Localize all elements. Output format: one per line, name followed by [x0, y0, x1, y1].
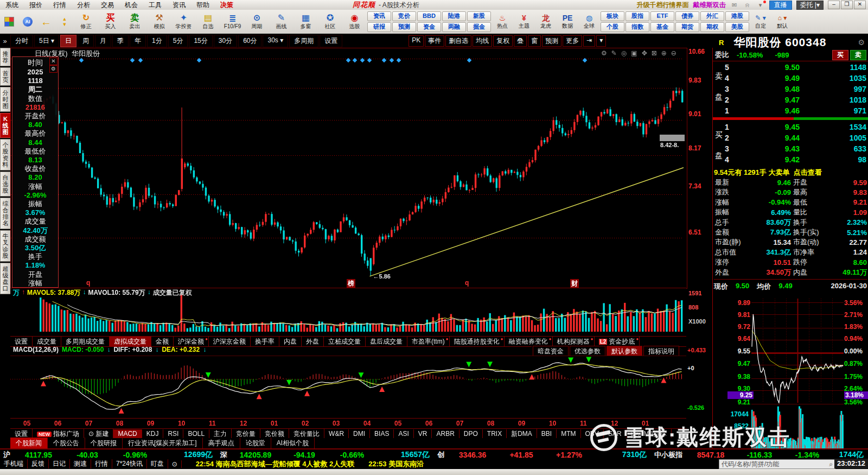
- toolbar-默认[interactable]: ⌂ ▾默认: [771, 10, 793, 34]
- chart-action-删自选[interactable]: 删自选: [445, 35, 471, 47]
- sidebar-item-超级盘口[interactable]: 超级盘口: [0, 263, 11, 294]
- bell-icon[interactable]: ⍾: [743, 2, 752, 9]
- vol-tab-沪深金额[interactable]: 沪深金额●: [174, 337, 209, 347]
- restore-button[interactable]: ❐: [841, 1, 853, 9]
- sidebar-item-K线图[interactable]: K线图: [0, 113, 11, 138]
- vol-tab-陆股通持股变化[interactable]: 陆股通持股变化●: [450, 337, 505, 347]
- zoom-out-icon[interactable]: ⊖: [671, 49, 676, 57]
- period-多周期[interactable]: 多周期: [289, 35, 318, 47]
- period-5日 ▾[interactable]: 5日 ▾: [34, 35, 59, 47]
- sell-button[interactable]: 卖: [850, 50, 866, 60]
- button-个股[interactable]: 个股: [601, 22, 624, 32]
- ask-row[interactable]: 29.471018: [725, 94, 868, 105]
- button-资讯[interactable]: 资讯: [367, 11, 391, 21]
- eye-icon[interactable]: ◎: [621, 49, 627, 57]
- menu-6[interactable]: 工具: [143, 1, 167, 10]
- vol-tab-资金抄底[interactable]: L2资金抄底●: [595, 337, 640, 347]
- indicator-tab-BOLL[interactable]: BOLL: [183, 429, 209, 438]
- ask-row[interactable]: 39.48997: [725, 84, 868, 94]
- button-外汇[interactable]: 外汇: [700, 11, 724, 21]
- ask-row[interactable]: 19.46971: [725, 105, 868, 116]
- news-tab-个股公告[interactable]: 个股公告: [48, 438, 85, 449]
- button-两融[interactable]: 两融: [442, 22, 466, 32]
- search-icon[interactable]: ⌕: [829, 460, 833, 468]
- button-债券[interactable]: 债券: [675, 11, 699, 21]
- index-创[interactable]: 创3346.36+41.85+1.27%7310亿: [434, 450, 651, 460]
- period-5分[interactable]: 5分: [168, 35, 188, 47]
- vol-tab-沪深京金额[interactable]: 沪深京金额: [209, 337, 251, 347]
- gift-icon[interactable]: ▾: [756, 2, 765, 9]
- chart-action-▾[interactable]: ▾: [596, 35, 606, 47]
- macd-chart[interactable]: [10, 356, 685, 417]
- chart-action-均线[interactable]: 均线: [473, 35, 492, 47]
- chart-action-PK[interactable]: PK: [409, 35, 424, 47]
- upgrade-link[interactable]: 升级千档行情界面: [637, 1, 689, 10]
- toolbar-选股[interactable]: ◉选股: [342, 10, 367, 34]
- stock-settings-icon[interactable]: ⚙: [858, 38, 868, 47]
- period-分时[interactable]: 分时: [10, 35, 33, 47]
- gear-icon[interactable]: ⚙: [601, 49, 607, 57]
- chart-action-复权[interactable]: 复权: [493, 35, 513, 47]
- vol-tab-外盘[interactable]: 外盘: [302, 337, 324, 347]
- news-tab-行业资讯[煤炭开采加工][interactable]: 行业资讯[煤炭开采加工]: [123, 438, 203, 449]
- indicator-tab-SAR[interactable]: SAR: [604, 429, 627, 438]
- pencil-icon[interactable]: ✎: [611, 49, 617, 57]
- vol-tab-换手率[interactable]: 换手率: [251, 337, 279, 347]
- close-button[interactable]: ✕: [854, 1, 866, 9]
- menu-9[interactable]: 决策: [215, 1, 239, 10]
- button-指数[interactable]: 指数: [626, 22, 649, 32]
- vol-tab-内盘[interactable]: 内盘: [279, 337, 302, 347]
- menu-3[interactable]: 分析: [72, 1, 95, 10]
- button-美股[interactable]: 美股: [725, 22, 749, 32]
- vol-tab-多周期成交量[interactable]: 多周期成交量: [61, 337, 110, 347]
- index-中小板指[interactable]: 中小板指8547.18-116.33-1.34%1744亿: [651, 450, 868, 460]
- toolbar-画线[interactable]: ✎画线: [269, 10, 293, 34]
- search-input[interactable]: 代码/名称/简拼/功能 ⌕: [719, 459, 835, 469]
- indicator-tab-BBI[interactable]: BBI: [537, 429, 557, 438]
- indicator-tab-BIAS[interactable]: BIAS: [370, 429, 394, 438]
- gear-icon[interactable]: ⚙: [49, 65, 58, 73]
- vol-tab-成交量[interactable]: 成交量: [33, 337, 61, 347]
- bottombar-手机端[interactable]: 手机端: [0, 459, 28, 468]
- toolbar-主题[interactable]: ¥主题: [513, 10, 535, 34]
- indicator-tab-TRIX[interactable]: TRIX: [483, 429, 507, 438]
- toolbar-自定[interactable]: ✎ ▾自定: [750, 10, 771, 34]
- period-周[interactable]: 周: [78, 35, 94, 47]
- minimize-button[interactable]: –: [828, 1, 840, 9]
- menu-5[interactable]: 机会: [119, 1, 143, 10]
- indicator-tab-EXPMA指标[interactable]: EXPMA指标: [627, 429, 672, 439]
- toolbar-数据[interactable]: PE数据: [557, 10, 578, 34]
- menu-0[interactable]: 系统: [0, 1, 24, 10]
- menu-4[interactable]: 交易: [95, 1, 119, 10]
- period-月[interactable]: 月: [95, 35, 111, 47]
- hand-icon[interactable]: ✥: [642, 49, 647, 57]
- vol-tab-设置[interactable]: 设置: [10, 337, 33, 347]
- news-tab-AI相似个股[interactable]: AI相似个股: [271, 438, 315, 449]
- toolbar-F10/F9[interactable]: ≣F10/F9: [220, 10, 245, 34]
- button-期货[interactable]: 期货: [675, 22, 699, 32]
- period-60分[interactable]: 60分: [238, 35, 261, 47]
- sidebar-item-分时图[interactable]: 分时图: [0, 87, 11, 112]
- toolbar-周期[interactable]: ⊙周期: [245, 10, 269, 34]
- toolbar-全球[interactable]: ◍全球: [578, 10, 600, 34]
- vol-tab-市盈率(ttm)[interactable]: 市盈率(ttm)●: [407, 337, 450, 347]
- sidebar-item-牛叉诊股[interactable]: 牛叉诊股: [0, 230, 11, 262]
- sidebar-item-推荐[interactable]: 推荐: [0, 48, 11, 66]
- period-年[interactable]: 年: [130, 35, 146, 47]
- chart-action-叠[interactable]: 叠: [514, 35, 527, 47]
- news-tab-个股新闻[interactable]: 个股新闻: [10, 438, 48, 449]
- chart-action-预测[interactable]: 预测: [542, 35, 561, 47]
- vol-tab-虚拟成交量[interactable]: 虚拟成交量: [110, 337, 151, 347]
- bottombar-行情[interactable]: 行情: [91, 459, 112, 468]
- indicator-tab-新DMA[interactable]: 新DMA: [507, 429, 537, 439]
- news-ticker-item[interactable]: 22:54 海南岛西部海域—货船倾覆 4人被救 2人失联: [196, 459, 355, 469]
- button-ETF[interactable]: ETF: [650, 11, 674, 21]
- vol-tab-融资融券变化[interactable]: 融资融券变化●: [505, 337, 553, 347]
- bottombar-日记[interactable]: 日记: [49, 459, 70, 468]
- news-tab-个股研报[interactable]: 个股研报: [85, 438, 123, 449]
- sidebar-item-个股资料[interactable]: 个股资料: [0, 139, 11, 170]
- news-ticker-item[interactable]: 22:53 美国东南沿: [368, 459, 424, 469]
- toolbar-多窗[interactable]: ▦多窗: [293, 10, 318, 34]
- bottombar-测速[interactable]: 测速: [70, 459, 91, 468]
- button-基金[interactable]: 基金: [650, 22, 674, 32]
